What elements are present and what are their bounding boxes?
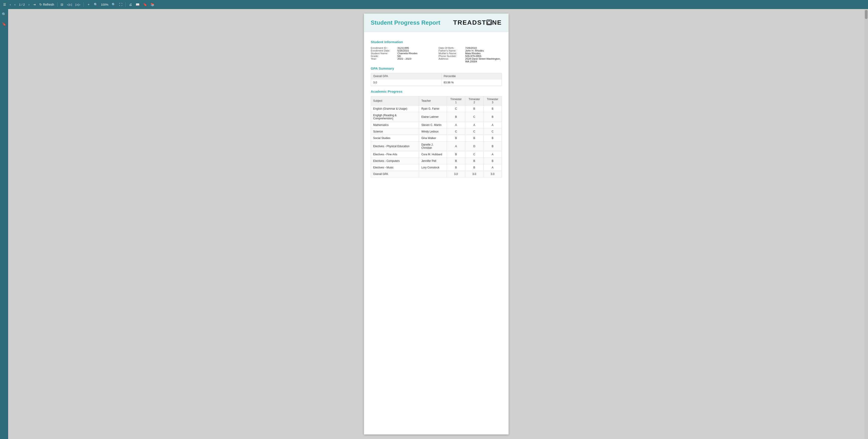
info-row-dob: Date Of Birth: 7/26/2010 (438, 46, 502, 49)
zoom-level: 100% (100, 3, 109, 6)
info-row-enrollment-id: Enrollment ID : 31211995 (371, 46, 434, 49)
cell-subject-9: Overall GPA (371, 171, 419, 178)
cell-subject-8: Electives - Music (371, 164, 419, 171)
value-father: John H. Rhodes (465, 49, 484, 52)
academic-row-7: Electives - Computers Jennifer Pell B B … (371, 158, 502, 164)
cell-t2-9: 3.0 (465, 171, 484, 178)
cell-t1-3: C (447, 128, 465, 135)
gpa-col-overall: Overall GPA (371, 73, 441, 80)
info-row-address: Address: 2528 Dane Street Washington, WA… (438, 57, 502, 63)
value-enrollment-date: 5/26/2015 (397, 49, 409, 52)
info-row-year: Year: 2022 - 2023 (371, 57, 434, 60)
zoom-icon-button[interactable]: 🔍 (92, 2, 99, 7)
print-button[interactable]: 🖨 (127, 2, 133, 7)
scrollbar[interactable] (864, 9, 868, 439)
cell-t1-5: A (447, 142, 465, 151)
svg-marker-0 (488, 21, 491, 24)
info-row-grade: Grade: 5th (371, 55, 434, 57)
cell-t3-2: A (484, 122, 502, 128)
cell-teacher-0: Ryan G. Farrer (419, 105, 447, 112)
cell-t2-7: B (465, 158, 484, 164)
cell-subject-0: English (Grammar & Usage) (371, 105, 419, 112)
page-back-button[interactable]: ◁◁ (66, 2, 73, 7)
gpa-value: 3.0 (371, 80, 441, 86)
cell-t1-9: 3.0 (447, 171, 465, 178)
cell-teacher-5: Danelle J. Christian (419, 142, 447, 151)
cell-subject-2: Mathematics (371, 122, 419, 128)
value-mother: Maia Rhodes (465, 52, 480, 55)
cell-t2-6: C (465, 151, 484, 158)
gpa-row: 3.0 83.96 % (371, 80, 502, 86)
academic-row-4: Social Studies Gina Walker B B B (371, 135, 502, 142)
academic-row-2: Mathematics Steven C. Martin A A A (371, 122, 502, 128)
cell-t3-6: A (484, 151, 502, 158)
col-trimester1: Trimester 1 (447, 96, 465, 105)
cell-t3-5: B (484, 142, 502, 151)
zoom-in-button[interactable]: ＋ (86, 2, 92, 7)
zoom-out-button[interactable]: 🔍 (110, 2, 117, 7)
cell-teacher-9 (419, 171, 447, 178)
academic-row-5: Electives - Physical Education Danelle J… (371, 142, 502, 151)
page-forward-button[interactable]: ▷▷ (74, 2, 82, 7)
label-year: Year: (371, 57, 396, 60)
value-phone: 509-979-0955 (465, 55, 482, 57)
bookmark-panel-icon[interactable]: 🔖 (1, 21, 7, 27)
label-student-name: Student Name: (371, 52, 396, 55)
cell-subject-3: Science (371, 128, 419, 135)
page-info: 1 / 2 (18, 3, 26, 6)
info-row-enrollment-date: Enrollment Date: 5/26/2015 (371, 49, 434, 52)
nav-back-button[interactable]: ‹ (8, 2, 12, 7)
thumbnail-view-button[interactable]: ⊟ (59, 2, 65, 7)
gpa-summary-title: GPA Summary (371, 66, 502, 70)
scrollbar-thumb[interactable] (865, 10, 868, 19)
cell-t2-8: B (465, 164, 484, 171)
cell-teacher-8: Lory Comstock (419, 164, 447, 171)
logo-icon (487, 20, 492, 25)
nav-menu-button[interactable]: ☰ (2, 2, 7, 7)
cell-t3-4: B (484, 135, 502, 142)
report-title: Student Progress Report (371, 19, 440, 26)
cell-t1-2: A (447, 122, 465, 128)
cell-teacher-3: Windy Ledoux (419, 128, 447, 135)
label-mother: Mother's Name: (438, 52, 463, 55)
academic-row-0: English (Grammar & Usage) Ryan G. Farrer… (371, 105, 502, 112)
label-dob: Date Of Birth: (438, 46, 463, 49)
left-sidebar: 🔍 🔖 (0, 9, 8, 439)
nav-back2-button[interactable]: ‹ (13, 2, 17, 7)
info-row-mother: Mother's Name: Maia Rhodes (438, 52, 502, 55)
pages-button[interactable]: 📚 (149, 2, 156, 7)
document-page: Student Progress Report TREADST NE Stude… (364, 13, 508, 435)
student-info-grid: Enrollment ID : 31211995 Enrollment Date… (371, 46, 502, 63)
fullscreen-button[interactable]: ⛶ (118, 2, 124, 7)
content-area: Student Progress Report TREADST NE Stude… (8, 9, 864, 439)
col-subject: Subject (371, 96, 419, 105)
company-logo: TREADST NE (453, 19, 502, 26)
label-phone: Phone Number: (438, 55, 463, 57)
info-row-phone: Phone Number: 509-979-0955 (438, 55, 502, 57)
main-area: 🔍 🔖 Student Progress Report TREADST NE (0, 9, 868, 439)
academic-table: Subject Teacher Trimester 1 Trimester 2 … (371, 96, 502, 178)
nav-forward2-button[interactable]: ⇥ (32, 2, 37, 7)
cell-t2-0: B (465, 105, 484, 112)
cell-t2-1: C (465, 112, 484, 122)
cell-t1-4: B (447, 135, 465, 142)
cell-t2-4: B (465, 135, 484, 142)
nav-forward-button[interactable]: › (27, 2, 31, 7)
gpa-table: Overall GPA Percentile 3.0 83.96 % (371, 73, 502, 86)
bookmark-button[interactable]: 🔖 (142, 2, 148, 7)
doc-header: Student Progress Report TREADST NE (364, 13, 508, 32)
cell-t3-8: A (484, 164, 502, 171)
search-icon[interactable]: 🔍 (1, 11, 7, 18)
toolbar: ☰ ‹ ‹ 1 / 2 › ⇥ ↻ Refresh ⊟ ◁◁ ▷▷ ＋ 🔍 10… (0, 0, 868, 9)
academic-row-1: Engligh (Reading & Comprehension) Elaine… (371, 112, 502, 122)
label-address: Address: (438, 57, 463, 63)
cell-t3-3: C (484, 128, 502, 135)
cell-t3-0: B (484, 105, 502, 112)
book-view-button[interactable]: 📖 (134, 2, 141, 7)
cell-t3-7: B (484, 158, 502, 164)
cell-t3-9: 3.0 (484, 171, 502, 178)
col-trimester3: Trimester 3 (484, 96, 502, 105)
refresh-button[interactable]: ↻ Refresh (38, 2, 55, 7)
refresh-icon: ↻ (39, 3, 42, 6)
academic-row-8: Electives - Music Lory Comstock B B A (371, 164, 502, 171)
